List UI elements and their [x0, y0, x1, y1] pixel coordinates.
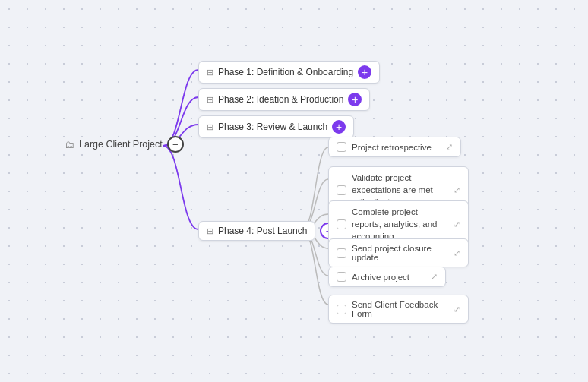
phase3-node: ⊞ Phase 3: Review & Launch + [198, 115, 354, 138]
phase4-box: ⊞ Phase 4: Post Launch [198, 221, 315, 241]
phase1-box: ⊞ Phase 1: Definition & Onboarding + [198, 61, 380, 84]
grid-icon: ⊞ [207, 68, 213, 77]
task6-expand-icon[interactable]: ⤢ [454, 305, 460, 314]
phase2-expand-button[interactable]: + [348, 93, 362, 106]
phase3-expand-button[interactable]: + [332, 120, 346, 134]
task6-node[interactable]: Send Client Feedback Form ⤢ [328, 295, 469, 324]
phase2-label: Phase 2: Ideation & Production [218, 94, 343, 105]
folder-icon: 🗂 [65, 139, 74, 150]
root-label: Large Client Project [79, 139, 163, 150]
task4-label: Send project closure update [352, 244, 448, 262]
task3-checkbox[interactable] [337, 219, 346, 229]
grid-icon-2: ⊞ [207, 95, 213, 105]
root-collapse-button[interactable]: − [167, 136, 184, 153]
task1-checkbox[interactable] [337, 142, 346, 152]
task3-label: Complete project reports, analytics, and… [352, 206, 448, 242]
task6-checkbox[interactable] [337, 305, 346, 314]
task1-expand-icon[interactable]: ⤢ [446, 142, 453, 152]
task4-expand-icon[interactable]: ⤢ [454, 248, 460, 258]
phase3-label: Phase 3: Review & Launch [218, 122, 327, 132]
task3-expand-icon[interactable]: ⤢ [454, 219, 460, 229]
task6-label: Send Client Feedback Form [352, 300, 448, 318]
grid-icon-4: ⊞ [207, 226, 213, 236]
phase2-node: ⊞ Phase 2: Ideation & Production + [198, 88, 370, 111]
phase1-node: ⊞ Phase 1: Definition & Onboarding + [198, 61, 380, 84]
phase1-label: Phase 1: Definition & Onboarding [218, 67, 353, 77]
phase3-box: ⊞ Phase 3: Review & Launch + [198, 115, 354, 138]
phase4-label: Phase 4: Post Launch [218, 226, 307, 236]
task4-checkbox[interactable] [337, 248, 346, 258]
task4-node[interactable]: Send project closure update ⤢ [328, 238, 469, 267]
task2-checkbox[interactable] [337, 185, 346, 195]
phase1-expand-button[interactable]: + [358, 65, 371, 79]
task1-node[interactable]: Project retrospective ⤢ [328, 137, 461, 157]
task2-expand-icon[interactable]: ⤢ [454, 185, 460, 195]
phase2-box: ⊞ Phase 2: Ideation & Production + [198, 88, 370, 111]
task5-label: Archive project [352, 273, 409, 282]
grid-icon-3: ⊞ [207, 122, 213, 132]
task5-checkbox[interactable] [337, 272, 346, 282]
task1-label: Project retrospective [352, 143, 432, 152]
task5-node[interactable]: Archive project ⤢ [328, 267, 446, 287]
root-node: 🗂 Large Client Project − [65, 136, 184, 153]
phase4-node: ⊞ Phase 4: Post Launch − [198, 221, 337, 241]
task5-expand-icon[interactable]: ⤢ [431, 272, 438, 282]
